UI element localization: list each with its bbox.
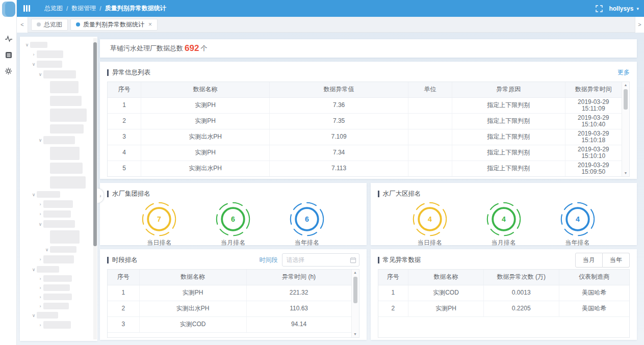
menu-toggle-icon[interactable]	[23, 5, 30, 12]
tree-expand-icon[interactable]: ∨	[31, 62, 37, 67]
table-scrollbar[interactable]: ▲ ▼	[351, 270, 359, 337]
tree-expand-icon[interactable]: ∨	[37, 138, 43, 143]
tree-expand-icon[interactable]: ∨	[31, 267, 37, 272]
period-toggle-button[interactable]: 当年	[603, 253, 630, 268]
table-cell: 7.35	[270, 113, 408, 129]
column-header: 数据异常值	[270, 82, 408, 97]
table-scrollbar[interactable]: ▲ ▼	[622, 82, 629, 176]
tree-node[interactable]: ∨	[20, 61, 92, 68]
tree-node[interactable]	[20, 163, 92, 174]
tree-node[interactable]: ∨	[20, 70, 92, 78]
tree-node-label-redacted	[43, 321, 71, 329]
rank-label: 当年排名	[565, 238, 590, 247]
tree-node[interactable]	[20, 81, 92, 93]
table-cell: 实测PH	[141, 97, 270, 113]
tree-node[interactable]	[20, 96, 92, 106]
svg-text:4: 4	[576, 215, 580, 223]
tree-expand-icon[interactable]: ›	[37, 295, 43, 300]
tree-node[interactable]: ›	[20, 210, 92, 218]
more-link[interactable]: 更多	[617, 68, 630, 77]
tree-node[interactable]: ∨	[20, 246, 92, 253]
rank-label: 当日排名	[418, 238, 442, 247]
tab-scroll-right-icon[interactable]: >	[635, 17, 644, 33]
tab-bar: < 总览图质量判别异常数据统计× >	[17, 17, 644, 33]
fullscreen-icon[interactable]	[596, 5, 603, 12]
tree-expand-icon[interactable]: ›	[37, 285, 43, 290]
table-cell: 3	[108, 129, 141, 145]
list-icon[interactable]	[5, 51, 12, 59]
tree-node[interactable]	[20, 230, 92, 244]
svg-text:6: 6	[231, 215, 235, 223]
period-toggle-button[interactable]: 当月	[575, 253, 603, 268]
breadcrumb-item[interactable]: 质量判别异常数据统计	[105, 4, 166, 13]
app-logo[interactable]	[2, 2, 15, 17]
tree-node[interactable]: ∨	[20, 220, 92, 228]
tree-scrollbar[interactable]	[93, 38, 97, 339]
tab-label: 总览图	[44, 20, 62, 29]
group-rank-badges: 7当日排名6当月排名6当年排名	[107, 201, 359, 247]
table-row: 2实测PH7.35指定上下限判别2019-03-29 15:10:40	[108, 113, 622, 129]
tree-node[interactable]	[20, 124, 92, 134]
tree-node[interactable]: ∨	[20, 266, 92, 273]
section-title-bar	[107, 191, 109, 197]
tree-scrollbar-thumb[interactable]	[93, 42, 97, 246]
tree-node[interactable]: ›	[20, 275, 92, 282]
table-cell: 指定上下限判别	[452, 161, 565, 176]
tree-node[interactable]: ∨	[20, 42, 92, 48]
tree-expand-icon[interactable]: ›	[37, 257, 43, 262]
rank-label: 当年排名	[295, 238, 319, 247]
scroll-down-icon[interactable]: ▼	[352, 331, 359, 337]
tree-expand-icon[interactable]: ∨	[31, 313, 37, 318]
activity-monitor-icon[interactable]	[5, 35, 13, 43]
scroll-up-icon[interactable]: ▲	[352, 270, 359, 276]
tree-expand-icon[interactable]: ∨	[37, 72, 43, 77]
tab-close-icon[interactable]: ×	[148, 21, 152, 28]
chevron-down-icon[interactable]: ▾	[636, 6, 639, 11]
tree-expand-icon[interactable]: ›	[31, 52, 37, 57]
tab-scroll-left-icon[interactable]: <	[17, 17, 28, 33]
tree-expand-icon[interactable]: ›	[37, 276, 43, 281]
tree-expand-icon[interactable]: ›	[37, 211, 43, 217]
tree-node-label-redacted	[50, 81, 79, 93]
tree-expand-icon[interactable]: ∨	[31, 192, 37, 197]
scrollbar-thumb[interactable]	[624, 89, 628, 110]
tree-node[interactable]: ∨	[20, 136, 92, 144]
abnormal-list-card: 异常信息列表 更多 序号数据名称数据异常值单位异常原因数据异常时间1实测PH7.…	[100, 62, 637, 179]
breadcrumb-item[interactable]: 总览图	[44, 4, 63, 13]
tree-node[interactable]: ›	[20, 294, 92, 300]
tab-active[interactable]: 质量判别异常数据统计×	[70, 19, 158, 31]
table-row: 3实测COD94.14	[108, 316, 351, 332]
column-header: 数据名称	[408, 270, 484, 285]
tree-node[interactable]: ∨	[20, 191, 92, 198]
tree-node[interactable]	[20, 176, 92, 189]
app-window: 总览图/数据管理/质量判别异常数据统计 hollysys ▾ < 总览图质量判别…	[0, 0, 644, 345]
section-title: 水厂大区排名	[383, 190, 421, 198]
tree-expand-icon[interactable]: ›	[37, 304, 43, 309]
scroll-down-icon[interactable]: ▼	[622, 170, 629, 176]
tree-node[interactable]	[20, 109, 92, 122]
tree-node-label-redacted	[50, 96, 82, 106]
time-range-input[interactable]	[282, 253, 359, 267]
breadcrumb-item[interactable]: 数据管理	[71, 4, 96, 13]
gear-icon[interactable]	[5, 67, 12, 75]
tree-expand-icon[interactable]: ∨	[24, 42, 30, 47]
tree-node[interactable]: ›	[20, 284, 92, 291]
tree-expand-icon[interactable]: ∨	[44, 247, 50, 252]
scroll-up-icon[interactable]: ▲	[622, 82, 629, 88]
scrollbar-thumb[interactable]	[353, 277, 357, 303]
tree-node[interactable]: ›	[20, 255, 92, 263]
tree-node[interactable]: ›	[20, 321, 92, 329]
tree-node[interactable]	[20, 147, 92, 160]
user-menu[interactable]: hollysys	[609, 5, 633, 12]
calendar-icon[interactable]	[350, 256, 356, 266]
tree-node[interactable]: ›	[20, 50, 92, 58]
tab-inactive[interactable]: 总览图	[31, 19, 68, 31]
table-cell: 110.63	[246, 301, 351, 316]
tree-expand-icon[interactable]: ∨	[37, 222, 43, 227]
tree-node[interactable]: ›	[20, 303, 92, 309]
tree-node[interactable]: ∨	[20, 312, 92, 319]
table-cell: 7.113	[270, 161, 408, 176]
tree-node[interactable]: ›	[20, 200, 92, 208]
tree-expand-icon[interactable]: ›	[37, 202, 43, 207]
tree-expand-icon[interactable]: ›	[37, 323, 43, 328]
